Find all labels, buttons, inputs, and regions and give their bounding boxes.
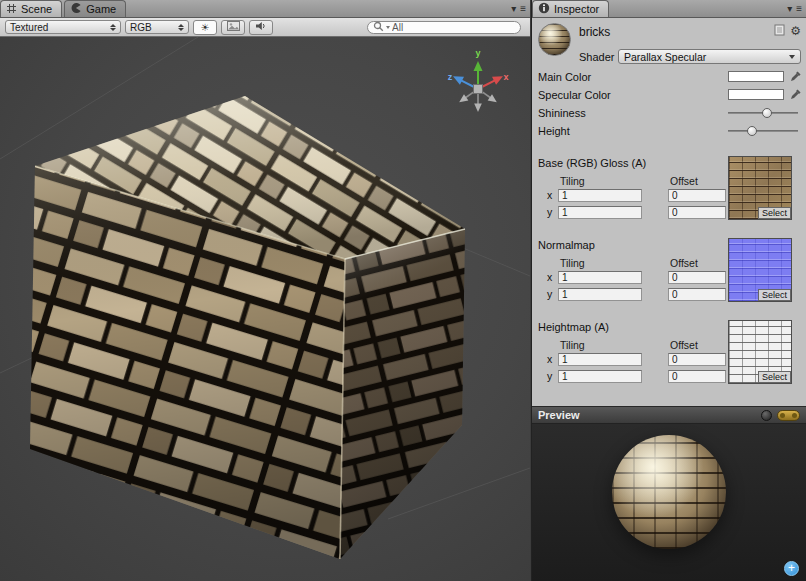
tab-game-label: Game (86, 3, 116, 15)
gizmo-x-label: x (503, 72, 508, 82)
shininess-slider-thumb[interactable] (762, 108, 772, 118)
normalmap-tiling-y-input[interactable] (558, 288, 642, 301)
gizmo-y-label: y (475, 48, 480, 58)
inspector-tabbar-menu: ▾ ≡ (787, 2, 802, 16)
heightmap-select-button[interactable]: Select (758, 371, 791, 383)
shininess-label: Shininess (538, 107, 586, 119)
base-offset-y-input[interactable] (668, 206, 726, 219)
eyedropper-icon[interactable] (790, 71, 801, 84)
brick-cube[interactable] (30, 96, 465, 559)
preview-light-toggle-icon[interactable] (777, 410, 800, 421)
offset-label: Offset (670, 257, 698, 269)
gizmo-neg-y-cone[interactable] (474, 94, 482, 112)
normalmap-select-button[interactable]: Select (758, 289, 791, 301)
heightmap-texture-thumbnail[interactable]: Select (728, 320, 792, 384)
base-select-button[interactable]: Select (758, 207, 791, 219)
main-color-swatch[interactable] (728, 71, 784, 82)
x-axis-label: x (547, 353, 552, 365)
y-axis-label: y (547, 288, 552, 300)
search-filter-caret-icon[interactable] (386, 26, 390, 29)
normalmap-offset-x-input[interactable] (668, 271, 726, 284)
scene-skybox-toggle[interactable] (221, 20, 245, 35)
texture-title: Heightmap (A) (538, 321, 609, 333)
offset-label: Offset (670, 175, 698, 187)
scene-audio-toggle[interactable] (249, 20, 273, 35)
tab-inspector-label: Inspector (554, 3, 599, 15)
heightmap-tiling-y-input[interactable] (558, 370, 642, 383)
render-mode-dropdown[interactable]: RGB (125, 20, 189, 34)
eyedropper-icon[interactable] (790, 89, 801, 102)
height-slider[interactable] (728, 130, 798, 132)
orientation-gizmo[interactable]: y x z (448, 48, 509, 112)
draw-mode-dropdown[interactable]: Textured (5, 20, 121, 34)
info-icon (538, 2, 550, 16)
texture-title: Normalmap (538, 239, 595, 251)
heightmap-offset-x-input[interactable] (668, 353, 726, 366)
y-axis-label: y (547, 370, 552, 382)
gizmo-z-label: z (448, 72, 453, 82)
scene-search-box (367, 21, 521, 34)
tab-inspector[interactable]: Inspector (532, 0, 609, 17)
gear-icon[interactable]: ⚙ (790, 25, 801, 37)
texture-section-base: Base (RGB) Gloss (A) Tiling Offset x y S… (532, 154, 806, 236)
scene-tabbar-menu: ▾ ≡ (511, 2, 526, 16)
dropdown-arrow-icon[interactable]: ▾ (787, 2, 792, 16)
preview-sphere[interactable] (612, 435, 726, 549)
specular-color-swatch[interactable] (728, 89, 784, 100)
height-label: Height (538, 125, 570, 137)
tab-scene[interactable]: Scene (0, 0, 62, 17)
y-axis-label: y (547, 206, 552, 218)
search-icon (373, 18, 384, 36)
draw-mode-label: Textured (10, 22, 48, 33)
preview-header[interactable]: Preview (532, 406, 806, 424)
heightmap-offset-y-input[interactable] (668, 370, 726, 383)
inspector-pane: Inspector ▾ ≡ bricks Shader Parallax Spe… (531, 0, 806, 581)
preview-sphere-toggle-icon[interactable] (761, 410, 772, 421)
base-offset-x-input[interactable] (668, 189, 726, 202)
image-icon (227, 21, 240, 33)
search-input[interactable] (392, 22, 515, 33)
tiling-label: Tiling (560, 175, 585, 187)
scene-lighting-toggle[interactable]: ☀ (193, 20, 217, 35)
normalmap-offset-y-input[interactable] (668, 288, 726, 301)
dropdown-arrow-icon[interactable]: ▾ (511, 2, 516, 16)
tiling-label: Tiling (560, 339, 585, 351)
gizmo-center-cube[interactable] (474, 85, 483, 94)
add-preview-button[interactable]: + (784, 561, 799, 576)
menu-icon[interactable]: ≡ (520, 2, 526, 16)
inspector-tabbar: Inspector ▾ ≡ (532, 0, 806, 18)
menu-icon[interactable]: ≡ (796, 2, 802, 16)
preview-body: + (532, 424, 806, 581)
normalmap-tiling-x-input[interactable] (558, 271, 642, 284)
inspector-body: bricks Shader Parallax Specular ⚙ Main C… (532, 18, 806, 406)
material-header: bricks Shader Parallax Specular ⚙ (532, 18, 806, 68)
chevron-down-icon (789, 55, 795, 59)
base-texture-thumbnail[interactable]: Select (728, 156, 792, 220)
scene-toolbar: Textured RGB ☀ (0, 18, 530, 37)
shader-dropdown[interactable]: Parallax Specular (618, 49, 801, 64)
render-mode-label: RGB (130, 22, 152, 33)
material-name: bricks (579, 25, 610, 39)
tab-game[interactable]: Game (64, 0, 126, 17)
texture-title: Base (RGB) Gloss (A) (538, 157, 646, 169)
material-header-icons: ⚙ (774, 24, 801, 38)
height-row: Height (532, 122, 806, 140)
unity-editor-window: Scene Game ▾ ≡ Textured RGB (0, 0, 806, 581)
shininess-slider[interactable] (728, 112, 798, 114)
specular-color-label: Specular Color (538, 89, 611, 101)
speaker-icon (255, 21, 267, 33)
base-tiling-y-input[interactable] (558, 206, 642, 219)
tab-scene-label: Scene (21, 3, 52, 15)
x-axis-label: x (547, 189, 552, 201)
offset-label: Offset (670, 339, 698, 351)
specular-color-row: Specular Color (532, 86, 806, 104)
x-axis-label: x (547, 271, 552, 283)
normalmap-texture-thumbnail[interactable]: Select (728, 238, 792, 302)
preview-buttons (761, 410, 800, 421)
doc-icon[interactable] (774, 24, 785, 38)
scene-3d-view: y x z (0, 37, 530, 581)
heightmap-tiling-x-input[interactable] (558, 353, 642, 366)
base-tiling-x-input[interactable] (558, 189, 642, 202)
scene-viewport[interactable]: y x z (0, 37, 530, 581)
height-slider-thumb[interactable] (747, 126, 757, 136)
